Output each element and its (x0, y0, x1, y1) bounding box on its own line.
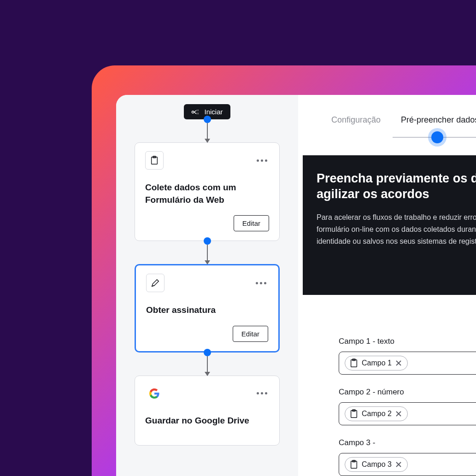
app-window: Iniciar Colete dados com um Formulário d… (116, 95, 476, 476)
google-icon (145, 384, 164, 403)
card-title: Guardar no Google Drive (145, 415, 269, 427)
field-input[interactable]: Campo 3 (339, 453, 476, 476)
tab-indicator-dot (431, 131, 443, 143)
flow-pane: Iniciar Colete dados com um Formulário d… (116, 95, 298, 476)
connector-arrow (207, 123, 208, 142)
field-label: Campo 3 - (339, 438, 476, 447)
connector-dot (204, 237, 211, 245)
tabs: Configuração Pré-preencher dados (298, 115, 476, 125)
clipboard-icon (145, 151, 164, 170)
field-row: Campo 1 - texto Campo 1 (339, 337, 476, 375)
svg-line-1 (194, 111, 196, 112)
callout-body: Para acelerar os fluxos de trabalho e re… (317, 212, 476, 248)
clipboard-icon (350, 460, 358, 469)
clipboard-icon (350, 409, 358, 418)
more-menu[interactable] (254, 280, 268, 286)
chip-text: Campo 3 (362, 460, 392, 469)
more-menu[interactable] (255, 158, 269, 164)
edit-button[interactable]: Editar (234, 215, 269, 231)
flow-card-collect-data[interactable]: Colete dados com um Formulário da Web Ed… (135, 142, 280, 241)
chip-text: Campo 2 (362, 410, 392, 418)
chip-text: Campo 1 (362, 359, 392, 367)
prefill-fields: Campo 1 - texto Campo 1 Campo 2 - número (339, 337, 476, 476)
tab-indicator (393, 137, 476, 138)
field-input[interactable]: Campo 1 (339, 352, 476, 375)
connector (204, 241, 211, 264)
flow-card-google-drive[interactable]: Guardar no Google Drive (135, 376, 280, 446)
clipboard-icon (350, 358, 358, 368)
close-icon[interactable] (395, 360, 402, 366)
svg-point-0 (192, 111, 194, 113)
more-menu[interactable] (255, 390, 269, 396)
field-chip[interactable]: Campo 2 (345, 406, 408, 421)
connector-arrow (207, 245, 208, 264)
field-chip[interactable]: Campo 3 (345, 457, 408, 472)
connector (204, 119, 211, 142)
field-row: Campo 3 - Campo 3 (339, 438, 476, 476)
flow-start-icon (191, 109, 200, 115)
close-icon[interactable] (395, 461, 402, 468)
edit-button[interactable]: Editar (233, 326, 268, 342)
card-title: Obter assinatura (146, 304, 268, 317)
card-title: Colete dados com um Formulário da Web (145, 182, 269, 206)
onboarding-callout: Preencha previamente os dados para agili… (303, 155, 476, 295)
connector-dot (204, 116, 211, 123)
field-row: Campo 2 - número Campo 2 (339, 388, 476, 425)
tab-prefill-data[interactable]: Pré-preencher dados (401, 115, 476, 125)
field-label: Campo 1 - texto (339, 337, 476, 346)
field-label: Campo 2 - número (339, 388, 476, 397)
tab-configuration[interactable]: Configuração (331, 115, 381, 125)
callout-title: Preencha previamente os dados para agili… (317, 171, 476, 202)
connector-arrow (207, 356, 208, 376)
start-label: Iniciar (204, 108, 223, 116)
field-input[interactable]: Campo 2 (339, 402, 476, 425)
field-chip[interactable]: Campo 1 (345, 356, 408, 370)
connector-dot (204, 349, 211, 356)
close-icon[interactable] (395, 411, 402, 417)
pen-icon (146, 274, 165, 292)
connector (204, 353, 211, 376)
svg-line-2 (194, 112, 196, 114)
detail-pane: Configuração Pré-preencher dados Preench… (298, 95, 476, 476)
flow-card-get-signature[interactable]: Obter assinatura Editar (135, 264, 280, 353)
